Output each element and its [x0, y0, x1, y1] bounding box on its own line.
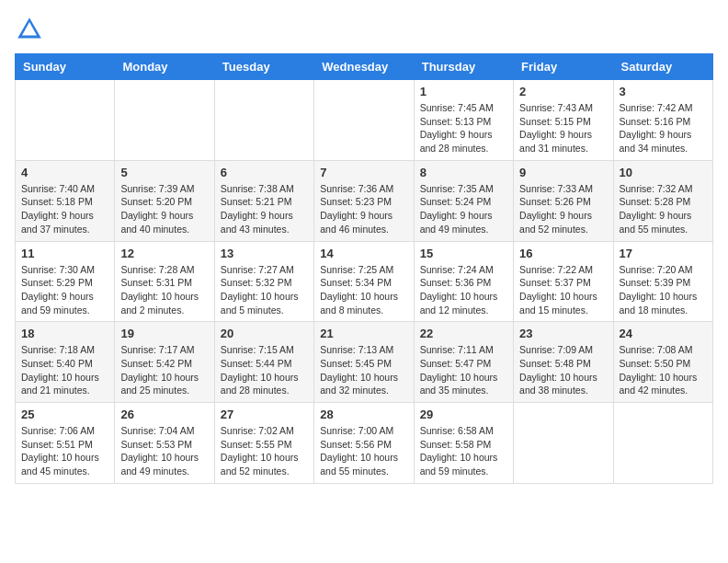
- weekday-sunday: Sunday: [16, 54, 115, 80]
- day-info: Sunrise: 7:27 AMSunset: 5:32 PMDaylight:…: [221, 263, 308, 317]
- calendar-cell: [214, 80, 313, 161]
- day-info: Sunrise: 7:33 AMSunset: 5:26 PMDaylight:…: [519, 182, 607, 236]
- day-info: Sunrise: 7:13 AMSunset: 5:45 PMDaylight:…: [320, 343, 407, 397]
- day-number: 26: [120, 408, 208, 421]
- calendar-cell: 28Sunrise: 7:00 AMSunset: 5:56 PMDayligh…: [314, 403, 414, 484]
- day-info: Sunrise: 7:24 AMSunset: 5:36 PMDaylight:…: [420, 263, 507, 317]
- calendar-cell: [314, 80, 414, 161]
- day-info: Sunrise: 7:04 AMSunset: 5:53 PMDaylight:…: [120, 424, 208, 478]
- calendar-cell: 3Sunrise: 7:42 AMSunset: 5:16 PMDaylight…: [613, 80, 712, 161]
- day-info: Sunrise: 7:39 AMSunset: 5:20 PMDaylight:…: [120, 182, 208, 236]
- day-number: 13: [221, 247, 308, 260]
- calendar-table: SundayMondayTuesdayWednesdayThursdayFrid…: [15, 53, 713, 484]
- weekday-saturday: Saturday: [613, 54, 712, 80]
- weekday-thursday: Thursday: [414, 54, 513, 80]
- day-number: 24: [620, 327, 707, 340]
- weekday-header-row: SundayMondayTuesdayWednesdayThursdayFrid…: [16, 54, 713, 80]
- calendar-cell: [16, 80, 115, 161]
- day-info: Sunrise: 7:35 AMSunset: 5:24 PMDaylight:…: [420, 182, 507, 236]
- day-info: Sunrise: 7:42 AMSunset: 5:16 PMDaylight:…: [620, 101, 707, 155]
- day-number: 7: [320, 166, 407, 179]
- day-info: Sunrise: 7:17 AMSunset: 5:42 PMDaylight:…: [120, 343, 208, 397]
- calendar-cell: 23Sunrise: 7:09 AMSunset: 5:48 PMDayligh…: [514, 322, 613, 403]
- day-info: Sunrise: 7:00 AMSunset: 5:56 PMDaylight:…: [320, 424, 407, 478]
- day-number: 1: [420, 85, 507, 98]
- day-number: 25: [21, 408, 108, 421]
- day-info: Sunrise: 7:25 AMSunset: 5:34 PMDaylight:…: [320, 263, 407, 317]
- day-number: 17: [620, 247, 707, 260]
- day-info: Sunrise: 7:18 AMSunset: 5:40 PMDaylight:…: [21, 343, 108, 397]
- calendar-cell: 21Sunrise: 7:13 AMSunset: 5:45 PMDayligh…: [314, 322, 414, 403]
- day-info: Sunrise: 7:30 AMSunset: 5:29 PMDaylight:…: [21, 263, 108, 317]
- calendar-cell: 25Sunrise: 7:06 AMSunset: 5:51 PMDayligh…: [16, 403, 115, 484]
- calendar-cell: 15Sunrise: 7:24 AMSunset: 5:36 PMDayligh…: [414, 241, 513, 322]
- day-info: Sunrise: 7:02 AMSunset: 5:55 PMDaylight:…: [221, 424, 308, 478]
- logo-icon: [15, 15, 44, 44]
- day-info: Sunrise: 7:11 AMSunset: 5:47 PMDaylight:…: [420, 343, 507, 397]
- weekday-wednesday: Wednesday: [314, 54, 414, 80]
- day-info: Sunrise: 7:38 AMSunset: 5:21 PMDaylight:…: [221, 182, 308, 236]
- calendar-cell: 27Sunrise: 7:02 AMSunset: 5:55 PMDayligh…: [214, 403, 313, 484]
- day-number: 21: [320, 327, 407, 340]
- calendar-cell: 20Sunrise: 7:15 AMSunset: 5:44 PMDayligh…: [214, 322, 313, 403]
- calendar-cell: [115, 80, 214, 161]
- day-info: Sunrise: 7:06 AMSunset: 5:51 PMDaylight:…: [21, 424, 108, 478]
- calendar-cell: 16Sunrise: 7:22 AMSunset: 5:37 PMDayligh…: [514, 241, 613, 322]
- calendar-cell: 22Sunrise: 7:11 AMSunset: 5:47 PMDayligh…: [414, 322, 513, 403]
- week-row-4: 18Sunrise: 7:18 AMSunset: 5:40 PMDayligh…: [16, 322, 713, 403]
- page-header: [15, 15, 713, 44]
- calendar-cell: 8Sunrise: 7:35 AMSunset: 5:24 PMDaylight…: [414, 160, 513, 241]
- weekday-tuesday: Tuesday: [214, 54, 313, 80]
- weekday-monday: Monday: [115, 54, 214, 80]
- day-info: Sunrise: 7:32 AMSunset: 5:28 PMDaylight:…: [620, 182, 707, 236]
- day-number: 6: [221, 166, 308, 179]
- week-row-3: 11Sunrise: 7:30 AMSunset: 5:29 PMDayligh…: [16, 241, 713, 322]
- day-info: Sunrise: 7:40 AMSunset: 5:18 PMDaylight:…: [21, 182, 108, 236]
- calendar-cell: 29Sunrise: 6:58 AMSunset: 5:58 PMDayligh…: [414, 403, 513, 484]
- day-number: 8: [420, 166, 507, 179]
- day-number: 5: [120, 166, 208, 179]
- day-number: 18: [21, 327, 108, 340]
- day-number: 12: [120, 247, 208, 260]
- calendar-cell: 2Sunrise: 7:43 AMSunset: 5:15 PMDaylight…: [514, 80, 613, 161]
- day-info: Sunrise: 7:20 AMSunset: 5:39 PMDaylight:…: [620, 263, 707, 317]
- day-number: 27: [221, 408, 308, 421]
- week-row-5: 25Sunrise: 7:06 AMSunset: 5:51 PMDayligh…: [16, 403, 713, 484]
- day-number: 9: [519, 166, 607, 179]
- day-number: 19: [120, 327, 208, 340]
- calendar-cell: [613, 403, 712, 484]
- day-info: Sunrise: 6:58 AMSunset: 5:58 PMDaylight:…: [420, 424, 507, 478]
- calendar-cell: 1Sunrise: 7:45 AMSunset: 5:13 PMDaylight…: [414, 80, 513, 161]
- calendar-cell: 26Sunrise: 7:04 AMSunset: 5:53 PMDayligh…: [115, 403, 214, 484]
- calendar-cell: 7Sunrise: 7:36 AMSunset: 5:23 PMDaylight…: [314, 160, 414, 241]
- calendar-cell: 4Sunrise: 7:40 AMSunset: 5:18 PMDaylight…: [16, 160, 115, 241]
- day-number: 10: [620, 166, 707, 179]
- day-number: 2: [519, 85, 607, 98]
- week-row-1: 1Sunrise: 7:45 AMSunset: 5:13 PMDaylight…: [16, 80, 713, 161]
- day-number: 15: [420, 247, 507, 260]
- day-number: 16: [519, 247, 607, 260]
- day-number: 22: [420, 327, 507, 340]
- calendar-cell: 11Sunrise: 7:30 AMSunset: 5:29 PMDayligh…: [16, 241, 115, 322]
- day-info: Sunrise: 7:28 AMSunset: 5:31 PMDaylight:…: [120, 263, 208, 317]
- day-info: Sunrise: 7:15 AMSunset: 5:44 PMDaylight:…: [221, 343, 308, 397]
- day-number: 3: [620, 85, 707, 98]
- calendar-cell: 14Sunrise: 7:25 AMSunset: 5:34 PMDayligh…: [314, 241, 414, 322]
- weekday-friday: Friday: [514, 54, 613, 80]
- calendar-cell: [514, 403, 613, 484]
- day-number: 14: [320, 247, 407, 260]
- calendar-cell: 12Sunrise: 7:28 AMSunset: 5:31 PMDayligh…: [115, 241, 214, 322]
- day-number: 11: [21, 247, 108, 260]
- day-number: 29: [420, 408, 507, 421]
- day-info: Sunrise: 7:43 AMSunset: 5:15 PMDaylight:…: [519, 101, 607, 155]
- calendar-cell: 10Sunrise: 7:32 AMSunset: 5:28 PMDayligh…: [613, 160, 712, 241]
- day-number: 28: [320, 408, 407, 421]
- calendar-cell: 6Sunrise: 7:38 AMSunset: 5:21 PMDaylight…: [214, 160, 313, 241]
- day-info: Sunrise: 7:36 AMSunset: 5:23 PMDaylight:…: [320, 182, 407, 236]
- calendar-cell: 19Sunrise: 7:17 AMSunset: 5:42 PMDayligh…: [115, 322, 214, 403]
- day-info: Sunrise: 7:22 AMSunset: 5:37 PMDaylight:…: [519, 263, 607, 317]
- week-row-2: 4Sunrise: 7:40 AMSunset: 5:18 PMDaylight…: [16, 160, 713, 241]
- calendar-cell: 18Sunrise: 7:18 AMSunset: 5:40 PMDayligh…: [16, 322, 115, 403]
- logo: [15, 15, 48, 44]
- calendar-cell: 24Sunrise: 7:08 AMSunset: 5:50 PMDayligh…: [613, 322, 712, 403]
